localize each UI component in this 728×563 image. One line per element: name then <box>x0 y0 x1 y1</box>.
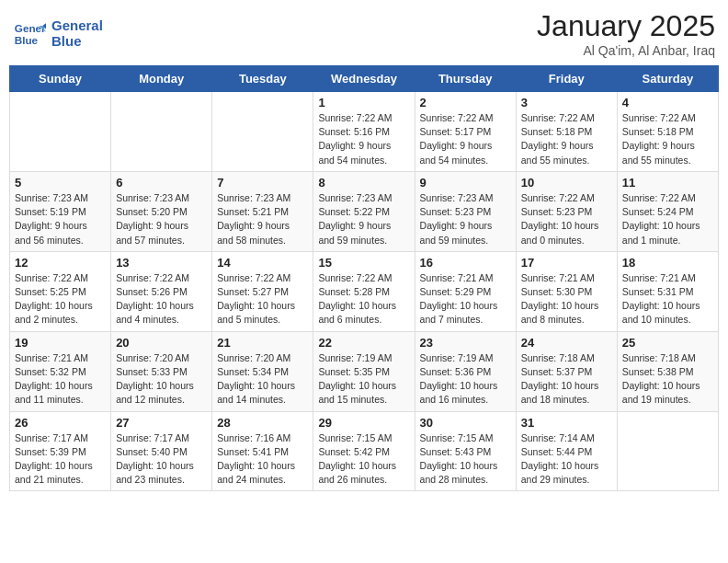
day-info: Sunrise: 7:23 AMSunset: 5:21 PMDaylight:… <box>217 191 308 247</box>
calendar-day-cell: 19 Sunrise: 7:21 AMSunset: 5:32 PMDaylig… <box>10 331 111 411</box>
day-number: 5 <box>15 176 106 190</box>
weekday-header: Monday <box>111 66 212 92</box>
weekday-header: Tuesday <box>212 66 313 92</box>
day-number: 11 <box>622 176 713 190</box>
calendar-day-cell: 7 Sunrise: 7:23 AMSunset: 5:21 PMDayligh… <box>212 171 313 251</box>
calendar-day-cell: 5 Sunrise: 7:23 AMSunset: 5:19 PMDayligh… <box>10 171 111 251</box>
calendar-day-cell: 30 Sunrise: 7:15 AMSunset: 5:43 PMDaylig… <box>415 411 516 491</box>
location: Al Qa'im, Al Anbar, Iraq <box>537 43 715 58</box>
calendar-week-row: 1 Sunrise: 7:22 AMSunset: 5:16 PMDayligh… <box>10 92 719 172</box>
weekday-header: Wednesday <box>313 66 415 92</box>
weekday-header: Saturday <box>617 66 718 92</box>
day-number: 10 <box>521 176 612 190</box>
day-info: Sunrise: 7:22 AMSunset: 5:18 PMDaylight:… <box>622 111 713 167</box>
day-number: 28 <box>217 416 308 430</box>
day-number: 30 <box>420 416 511 430</box>
weekday-header: Friday <box>516 66 617 92</box>
day-info: Sunrise: 7:18 AMSunset: 5:38 PMDaylight:… <box>622 351 713 408</box>
calendar-day-cell: 31 Sunrise: 7:14 AMSunset: 5:44 PMDaylig… <box>516 411 617 491</box>
calendar-week-row: 12 Sunrise: 7:22 AMSunset: 5:25 PMDaylig… <box>10 251 719 331</box>
calendar-day-cell <box>111 92 212 172</box>
calendar-day-cell: 24 Sunrise: 7:18 AMSunset: 5:37 PMDaylig… <box>516 331 617 411</box>
calendar-day-cell: 3 Sunrise: 7:22 AMSunset: 5:18 PMDayligh… <box>516 92 617 172</box>
day-info: Sunrise: 7:22 AMSunset: 5:27 PMDaylight:… <box>217 271 308 327</box>
day-info: Sunrise: 7:21 AMSunset: 5:29 PMDaylight:… <box>420 271 511 327</box>
day-info: Sunrise: 7:19 AMSunset: 5:35 PMDaylight:… <box>318 351 409 408</box>
calendar-day-cell: 29 Sunrise: 7:15 AMSunset: 5:42 PMDaylig… <box>313 411 415 491</box>
day-info: Sunrise: 7:22 AMSunset: 5:23 PMDaylight:… <box>521 191 612 247</box>
day-info: Sunrise: 7:15 AMSunset: 5:42 PMDaylight:… <box>318 431 409 488</box>
calendar-day-cell: 20 Sunrise: 7:20 AMSunset: 5:33 PMDaylig… <box>111 331 212 411</box>
logo: General Blue General Blue <box>13 17 103 51</box>
calendar-day-cell: 15 Sunrise: 7:22 AMSunset: 5:28 PMDaylig… <box>313 251 415 331</box>
day-number: 29 <box>318 416 409 430</box>
day-number: 19 <box>15 336 106 350</box>
day-info: Sunrise: 7:22 AMSunset: 5:17 PMDaylight:… <box>420 111 511 167</box>
day-number: 17 <box>521 256 612 270</box>
calendar-week-row: 5 Sunrise: 7:23 AMSunset: 5:19 PMDayligh… <box>10 171 719 251</box>
month-title: January 2025 <box>537 9 715 43</box>
day-number: 8 <box>318 176 409 190</box>
calendar-day-cell: 22 Sunrise: 7:19 AMSunset: 5:35 PMDaylig… <box>313 331 415 411</box>
calendar-day-cell <box>212 92 313 172</box>
day-number: 1 <box>318 96 409 109</box>
day-number: 22 <box>318 336 409 350</box>
day-number: 7 <box>217 176 308 190</box>
day-number: 16 <box>420 256 511 270</box>
calendar-day-cell: 26 Sunrise: 7:17 AMSunset: 5:39 PMDaylig… <box>10 411 111 491</box>
logo-icon: General Blue <box>13 17 46 51</box>
calendar-day-cell: 23 Sunrise: 7:19 AMSunset: 5:36 PMDaylig… <box>415 331 516 411</box>
day-info: Sunrise: 7:15 AMSunset: 5:43 PMDaylight:… <box>420 431 511 488</box>
day-number: 27 <box>116 416 207 430</box>
weekday-header-row: SundayMondayTuesdayWednesdayThursdayFrid… <box>10 66 719 92</box>
day-info: Sunrise: 7:20 AMSunset: 5:33 PMDaylight:… <box>116 351 207 408</box>
day-number: 26 <box>15 416 106 430</box>
calendar-day-cell: 17 Sunrise: 7:21 AMSunset: 5:30 PMDaylig… <box>516 251 617 331</box>
calendar-day-cell: 9 Sunrise: 7:23 AMSunset: 5:23 PMDayligh… <box>415 171 516 251</box>
day-number: 2 <box>420 96 511 109</box>
day-number: 20 <box>116 336 207 350</box>
weekday-header: Thursday <box>415 66 516 92</box>
day-info: Sunrise: 7:22 AMSunset: 5:24 PMDaylight:… <box>622 191 713 247</box>
logo-text-line2: Blue <box>51 34 103 50</box>
calendar-day-cell: 4 Sunrise: 7:22 AMSunset: 5:18 PMDayligh… <box>617 92 718 172</box>
day-number: 3 <box>521 96 612 109</box>
calendar-day-cell: 2 Sunrise: 7:22 AMSunset: 5:17 PMDayligh… <box>415 92 516 172</box>
title-block: January 2025 Al Qa'im, Al Anbar, Iraq <box>537 9 715 58</box>
day-number: 24 <box>521 336 612 350</box>
day-info: Sunrise: 7:21 AMSunset: 5:31 PMDaylight:… <box>622 271 713 327</box>
day-info: Sunrise: 7:20 AMSunset: 5:34 PMDaylight:… <box>217 351 308 408</box>
calendar-day-cell <box>617 411 718 491</box>
calendar-day-cell <box>10 92 111 172</box>
day-number: 21 <box>217 336 308 350</box>
day-info: Sunrise: 7:21 AMSunset: 5:30 PMDaylight:… <box>521 271 612 327</box>
day-number: 13 <box>116 256 207 270</box>
day-info: Sunrise: 7:14 AMSunset: 5:44 PMDaylight:… <box>521 431 612 488</box>
calendar-day-cell: 16 Sunrise: 7:21 AMSunset: 5:29 PMDaylig… <box>415 251 516 331</box>
day-info: Sunrise: 7:22 AMSunset: 5:28 PMDaylight:… <box>318 271 409 327</box>
day-number: 25 <box>622 336 713 350</box>
day-number: 18 <box>622 256 713 270</box>
calendar-day-cell: 21 Sunrise: 7:20 AMSunset: 5:34 PMDaylig… <box>212 331 313 411</box>
day-number: 14 <box>217 256 308 270</box>
calendar-table: SundayMondayTuesdayWednesdayThursdayFrid… <box>9 65 719 491</box>
svg-text:General: General <box>15 22 46 34</box>
calendar-day-cell: 13 Sunrise: 7:22 AMSunset: 5:26 PMDaylig… <box>111 251 212 331</box>
day-info: Sunrise: 7:23 AMSunset: 5:19 PMDaylight:… <box>15 191 106 247</box>
day-info: Sunrise: 7:22 AMSunset: 5:25 PMDaylight:… <box>15 271 106 327</box>
day-number: 6 <box>116 176 207 190</box>
calendar-day-cell: 25 Sunrise: 7:18 AMSunset: 5:38 PMDaylig… <box>617 331 718 411</box>
day-info: Sunrise: 7:22 AMSunset: 5:18 PMDaylight:… <box>521 111 612 167</box>
calendar-week-row: 26 Sunrise: 7:17 AMSunset: 5:39 PMDaylig… <box>10 411 719 491</box>
calendar-day-cell: 18 Sunrise: 7:21 AMSunset: 5:31 PMDaylig… <box>617 251 718 331</box>
calendar-day-cell: 6 Sunrise: 7:23 AMSunset: 5:20 PMDayligh… <box>111 171 212 251</box>
calendar-week-row: 19 Sunrise: 7:21 AMSunset: 5:32 PMDaylig… <box>10 331 719 411</box>
calendar-day-cell: 11 Sunrise: 7:22 AMSunset: 5:24 PMDaylig… <box>617 171 718 251</box>
day-info: Sunrise: 7:18 AMSunset: 5:37 PMDaylight:… <box>521 351 612 408</box>
calendar-day-cell: 12 Sunrise: 7:22 AMSunset: 5:25 PMDaylig… <box>10 251 111 331</box>
day-info: Sunrise: 7:17 AMSunset: 5:40 PMDaylight:… <box>116 431 207 488</box>
day-info: Sunrise: 7:23 AMSunset: 5:22 PMDaylight:… <box>318 191 409 247</box>
calendar-day-cell: 1 Sunrise: 7:22 AMSunset: 5:16 PMDayligh… <box>313 92 415 172</box>
calendar-day-cell: 14 Sunrise: 7:22 AMSunset: 5:27 PMDaylig… <box>212 251 313 331</box>
logo-text-line1: General <box>51 18 103 34</box>
